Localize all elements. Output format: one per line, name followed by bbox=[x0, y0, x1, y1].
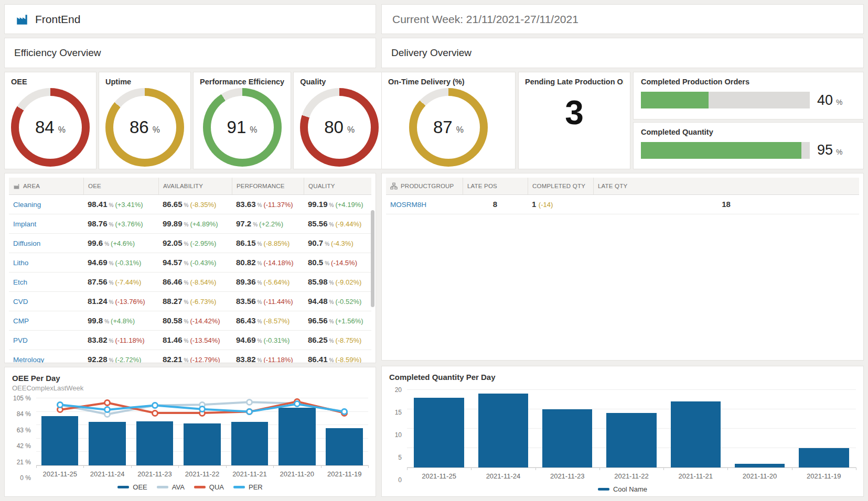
legend-dash bbox=[598, 488, 609, 491]
gauge-title: Uptime bbox=[105, 78, 184, 86]
area-link[interactable]: Implant bbox=[13, 220, 36, 228]
metric-cell: 82.21%(-12.79%) bbox=[158, 355, 232, 363]
column-header-completed-qty[interactable]: COMPLETED QTY bbox=[528, 178, 593, 194]
completed-quantity-card: Completed Quantity 95% bbox=[633, 122, 864, 170]
bar[interactable] bbox=[799, 448, 849, 467]
metric-cell: 94.48%(-0.52%) bbox=[304, 297, 371, 306]
delivery-cards-row: On-Time Delivery (%) 87% Pending Late Pr… bbox=[381, 72, 864, 169]
area-cell: CVD bbox=[9, 297, 83, 306]
gauge-value: 84% bbox=[19, 96, 82, 159]
bar[interactable] bbox=[542, 409, 592, 467]
area-link[interactable]: Cleaning bbox=[13, 201, 41, 209]
column-header-availability[interactable]: AVAILABILITY bbox=[158, 178, 232, 194]
metric-cell: 89.36%(-5.64%) bbox=[232, 277, 304, 287]
bar-slot bbox=[599, 390, 663, 467]
table-row: Etch87.56%(-7.44%)86.46%(-8.54%)89.36%(-… bbox=[9, 273, 371, 292]
app-title: FrontEnd bbox=[35, 13, 80, 26]
product-table-panel: PRODUCTGROUP LATE POS COMPLETED QTY LATE… bbox=[381, 173, 864, 361]
area-link[interactable]: CVD bbox=[13, 298, 28, 306]
metric-cell: 80.58%(-14.42%) bbox=[158, 316, 232, 325]
area-link[interactable]: Litho bbox=[13, 259, 28, 267]
metric-cell: 86.41%(-8.59%) bbox=[304, 355, 371, 363]
metric-cell: 86.25%(-8.75%) bbox=[304, 335, 371, 345]
late-pos-cell: 8 bbox=[463, 200, 528, 209]
column-header-late-qty[interactable]: LATE QTY bbox=[593, 178, 859, 194]
completed-quantity-progressbar bbox=[641, 142, 810, 159]
column-header-oee[interactable]: OEE bbox=[83, 178, 158, 194]
metric-cell: 99.19%(+4.19%) bbox=[304, 200, 371, 209]
ontime-delivery-gauge: 87% bbox=[409, 88, 488, 167]
x-axis-tick bbox=[407, 467, 408, 470]
chart-legend: OEEAVAQUAPER bbox=[12, 483, 368, 491]
line-marker[interactable] bbox=[57, 401, 63, 408]
gauge-card-oee: OEE 84% bbox=[4, 72, 97, 169]
legend-item[interactable]: PER bbox=[233, 483, 263, 491]
completed-cards-stack: Completed Production Orders 40% Complete… bbox=[633, 72, 864, 169]
bar-slot bbox=[535, 390, 599, 467]
area-link[interactable]: Metrology bbox=[13, 356, 44, 363]
metric-cell: 98.76%(+3.76%) bbox=[83, 219, 158, 228]
area-link[interactable]: PVD bbox=[13, 336, 28, 344]
legend-item[interactable]: AVA bbox=[157, 483, 185, 491]
legend-item[interactable]: Cool Name bbox=[598, 485, 647, 493]
bar[interactable] bbox=[735, 464, 785, 467]
productgroup-link[interactable]: MOSRM8H bbox=[390, 201, 426, 209]
gauge-value: 91% bbox=[211, 96, 274, 159]
table-scrollbar-thumb[interactable] bbox=[371, 210, 374, 307]
area-table-header: AREA OEE AVAILABILITY PERFORMANCE QUALIT… bbox=[9, 178, 371, 195]
legend-label: OEE bbox=[133, 483, 147, 491]
x-axis-tick bbox=[36, 465, 37, 468]
legend-item[interactable]: QUA bbox=[194, 483, 224, 491]
bar[interactable] bbox=[606, 413, 656, 467]
completed-qty-per-day-chart: 051015202021-11-252021-11-242021-11-2320… bbox=[389, 390, 856, 493]
metric-cell: 81.46%(-13.54%) bbox=[158, 335, 232, 345]
late-qty-cell: 18 bbox=[593, 200, 859, 209]
completed-orders-card: Completed Production Orders 40% bbox=[633, 72, 864, 119]
metric-cell: 99.8%(+4.8%) bbox=[83, 316, 158, 325]
y-tick-label: 63 % bbox=[17, 427, 31, 434]
column-header-productgroup[interactable]: PRODUCTGROUP bbox=[386, 178, 463, 194]
bar-slot bbox=[792, 390, 856, 467]
metric-cell: 98.41%(+3.41%) bbox=[83, 200, 158, 209]
x-tick-label: 2021-11-21 bbox=[663, 472, 727, 480]
progress-row: 40% bbox=[641, 92, 856, 108]
column-header-area[interactable]: AREA bbox=[9, 178, 83, 194]
area-cell: Diffusion bbox=[9, 238, 83, 248]
table-row: Metrology92.28%(-2.72%)82.21%(-12.79%)83… bbox=[9, 350, 371, 363]
area-cell: Etch bbox=[9, 277, 83, 287]
area-link[interactable]: Etch bbox=[13, 278, 27, 286]
bar[interactable] bbox=[414, 398, 464, 467]
card-title: Completed Production Orders bbox=[641, 78, 856, 86]
line-marker[interactable] bbox=[152, 410, 158, 417]
column-header-late-pos[interactable]: LATE POS bbox=[463, 178, 528, 194]
area-cell: PVD bbox=[9, 335, 83, 345]
plot-column: 2021-11-252021-11-242021-11-232021-11-22… bbox=[36, 398, 368, 478]
table-row: Cleaning98.41%(+3.41%)86.65%(-8.35%)83.6… bbox=[9, 195, 371, 214]
chart-title: OEE Per Day bbox=[12, 374, 368, 383]
legend-item[interactable]: OEE bbox=[117, 483, 147, 491]
y-axis: 0 %21 %42 %63 %84 %105 % bbox=[12, 398, 36, 478]
bar-slot bbox=[663, 390, 727, 467]
area-cell: Litho bbox=[9, 258, 83, 267]
area-link[interactable]: Diffusion bbox=[13, 239, 40, 247]
bar[interactable] bbox=[478, 394, 528, 467]
column-header-performance[interactable]: PERFORMANCE bbox=[232, 178, 304, 194]
plot-area bbox=[407, 390, 856, 468]
x-axis-tick bbox=[663, 467, 664, 470]
x-tick-label: 2021-11-20 bbox=[273, 470, 320, 478]
gauge-card-performance: Performance Efficiency 91% bbox=[193, 72, 291, 169]
card-title: Pending Late Production Orders bbox=[525, 78, 624, 86]
column-header-quality[interactable]: QUALITY bbox=[304, 178, 371, 194]
efficiency-section-title: Efficiency Overview bbox=[14, 47, 101, 59]
bar[interactable] bbox=[671, 401, 721, 467]
table-row: MOSRM8H 8 1 (-14) 18 bbox=[386, 195, 859, 214]
gauge-card-quality: Quality 80% bbox=[293, 72, 385, 169]
legend-dash bbox=[157, 486, 168, 488]
completed-qty-cell: 1 (-14) bbox=[528, 200, 593, 209]
line-marker[interactable] bbox=[152, 402, 158, 409]
productgroup-cell: MOSRM8H bbox=[386, 200, 463, 209]
area-link[interactable]: CMP bbox=[13, 317, 29, 325]
table-row: PVD83.82%(-11.18%)81.46%(-13.54%)94.69%(… bbox=[9, 331, 371, 350]
area-cell: Cleaning bbox=[9, 200, 83, 209]
legend-label: QUA bbox=[209, 483, 224, 491]
